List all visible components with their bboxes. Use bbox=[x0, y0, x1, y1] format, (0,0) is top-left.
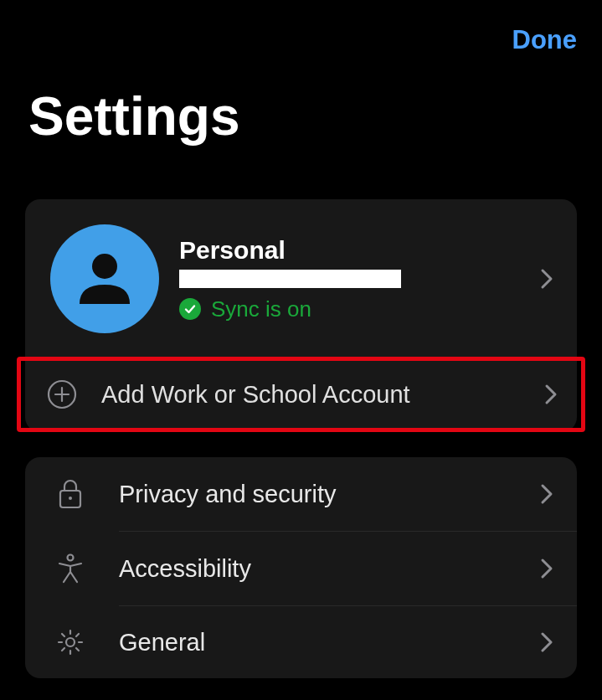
page-title: Settings bbox=[0, 55, 602, 164]
sync-label: Sync is on bbox=[211, 296, 311, 322]
accessibility-icon bbox=[55, 553, 85, 584]
menu-section: Privacy and security Accessibility bbox=[25, 457, 577, 678]
avatar bbox=[50, 224, 159, 333]
add-account-label: Add Work or School Account bbox=[101, 381, 544, 409]
menu-privacy-security[interactable]: Privacy and security bbox=[25, 457, 577, 531]
menu-label: Privacy and security bbox=[119, 481, 540, 508]
svg-point-3 bbox=[69, 497, 72, 500]
person-icon bbox=[67, 241, 142, 317]
add-account-row[interactable]: Add Work or School Account bbox=[21, 361, 581, 428]
plus-circle-icon bbox=[46, 379, 78, 409]
account-info: Personal Sync is on bbox=[159, 236, 540, 322]
svg-point-0 bbox=[92, 254, 117, 279]
chevron-right-icon bbox=[544, 383, 561, 405]
done-button[interactable]: Done bbox=[512, 25, 578, 55]
svg-point-5 bbox=[66, 638, 75, 646]
chevron-right-icon bbox=[540, 631, 557, 653]
menu-accessibility[interactable]: Accessibility bbox=[25, 532, 577, 605]
menu-label: General bbox=[119, 629, 540, 656]
account-section: Personal Sync is on bbox=[25, 199, 577, 432]
account-name: Personal bbox=[179, 236, 540, 265]
account-email-redacted bbox=[179, 270, 401, 288]
menu-label: Accessibility bbox=[119, 555, 540, 583]
gear-icon bbox=[55, 628, 85, 656]
account-row[interactable]: Personal Sync is on bbox=[25, 199, 577, 357]
sync-status: Sync is on bbox=[179, 296, 540, 322]
chevron-right-icon bbox=[540, 268, 557, 290]
lock-icon bbox=[55, 479, 85, 509]
svg-point-4 bbox=[68, 555, 74, 561]
menu-general[interactable]: General bbox=[25, 606, 577, 678]
highlight-box: Add Work or School Account bbox=[17, 357, 585, 432]
chevron-right-icon bbox=[540, 558, 557, 579]
check-circle-icon bbox=[179, 298, 201, 320]
chevron-right-icon bbox=[540, 483, 557, 505]
